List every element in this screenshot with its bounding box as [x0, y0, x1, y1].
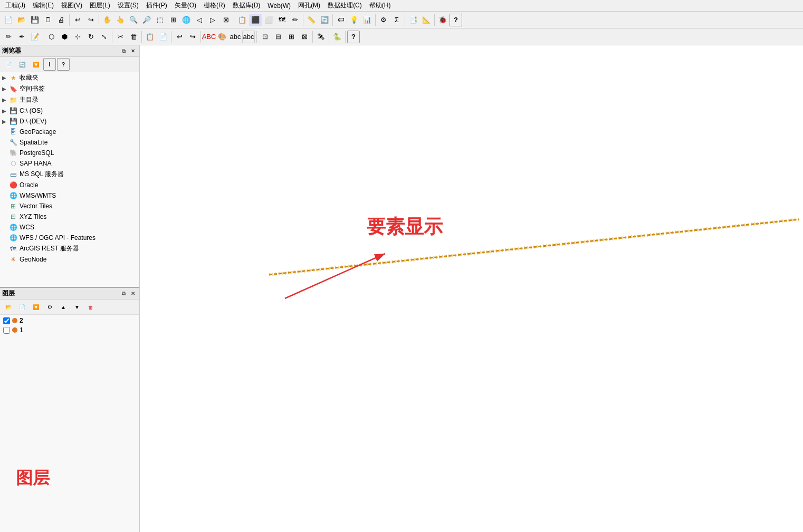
delete-btn[interactable]: 🗑 — [127, 31, 140, 43]
touch-btn[interactable]: 👆 — [114, 14, 127, 26]
tree-oracle[interactable]: ▶ 🔴 Oracle — [0, 180, 139, 190]
open-layer-btn[interactable]: 📂 — [2, 301, 15, 313]
georef-btn[interactable]: 🛰 — [314, 31, 327, 43]
tree-arcgis[interactable]: ▶ 🗺 ArcGIS REST 服务器 — [0, 243, 139, 254]
tree-wfs[interactable]: ▶ 🌐 WFS / OGC API - Features — [0, 233, 139, 243]
move-btn[interactable]: ⊹ — [71, 31, 84, 43]
ruler-btn[interactable]: 📐 — [420, 14, 433, 26]
copy-btn[interactable]: 📄 — [157, 31, 169, 43]
browser-filter-btn[interactable]: 🔽 — [30, 58, 42, 71]
remove-layer-btn[interactable]: 🗑 — [84, 301, 97, 313]
refresh-btn[interactable]: 🔄 — [318, 14, 331, 26]
tree-c-drive[interactable]: ▶ 💾 C:\ (OS) — [0, 105, 139, 116]
debug-btn[interactable]: 🐞 — [436, 14, 449, 26]
layers-close-btn[interactable]: ✕ — [129, 289, 137, 298]
browser-add-btn[interactable]: 📄 — [2, 58, 15, 71]
zoom-full-btn[interactable]: 🌐 — [180, 14, 193, 26]
deselect-btn[interactable]: ⬜ — [262, 14, 275, 26]
menu-web[interactable]: Web(W) — [264, 1, 294, 11]
tree-mssql[interactable]: ▶ 🗃 MS SQL 服务器 — [0, 169, 139, 180]
tree-postgresql[interactable]: ▶ 🐘 PostgreSQL — [0, 148, 139, 158]
node-btn[interactable]: ⬡ — [45, 31, 58, 43]
color-btn[interactable]: 🎨 — [216, 31, 228, 43]
filter-layer-btn[interactable]: 🔽 — [30, 301, 42, 313]
edit-pencil-btn[interactable]: ✏ — [2, 31, 15, 43]
feature-action1-btn[interactable]: ⊡ — [259, 31, 271, 43]
zoom-rubber-btn[interactable]: ⬚ — [154, 14, 166, 26]
zoom-native-btn[interactable]: ⊠ — [219, 14, 232, 26]
help-btn[interactable]: ? — [450, 14, 462, 26]
menu-help[interactable]: 帮助(H) — [366, 0, 394, 11]
browser-refresh-btn[interactable]: 🔄 — [16, 58, 28, 71]
menu-database[interactable]: 数据库(D) — [230, 0, 264, 11]
label-btn[interactable]: 🏷 — [334, 14, 347, 26]
menu-edit[interactable]: 编辑(E) — [30, 0, 57, 11]
redo-btn[interactable]: ↪ — [84, 14, 97, 26]
print-btn[interactable]: 🖨 — [55, 14, 68, 26]
paste-btn[interactable]: 📋 — [144, 31, 156, 43]
zoom-in-btn[interactable]: 🔍 — [127, 14, 140, 26]
tree-xyztiles[interactable]: ▶ ⊟ XYZ Tiles — [0, 211, 139, 222]
tree-wms[interactable]: ▶ 🌐 WMS/WMTS — [0, 190, 139, 201]
tree-d-drive[interactable]: ▶ 💾 D:\ (DEV) — [0, 116, 139, 127]
measure-btn[interactable]: 📏 — [305, 14, 318, 26]
menu-layer[interactable]: 图层(L) — [87, 0, 113, 11]
menu-raster[interactable]: 栅格(R) — [200, 0, 228, 11]
feature-action3-btn[interactable]: ⊞ — [285, 31, 298, 43]
select-location-btn[interactable]: 🗺 — [275, 14, 288, 26]
browser-float-btn[interactable]: ⧉ — [119, 47, 128, 55]
layer-down-btn[interactable]: ▼ — [71, 301, 83, 313]
menu-vector[interactable]: 矢量(O) — [171, 0, 199, 11]
digitize-btn[interactable]: ✒ — [15, 31, 28, 43]
menu-processing[interactable]: 数据处理(C) — [324, 0, 365, 11]
menu-settings[interactable]: 设置(S) — [114, 0, 142, 11]
zoom-out-btn[interactable]: 🔎 — [140, 14, 153, 26]
label3-btn[interactable]: abc — [229, 31, 242, 43]
open-project-btn[interactable]: 📂 — [15, 14, 28, 26]
cut-btn[interactable]: ✂ — [114, 31, 127, 43]
browser-info-btn[interactable]: i — [43, 58, 56, 71]
tree-catalog[interactable]: ▶ 📁 主目录 — [0, 94, 139, 105]
identify-btn[interactable]: 📋 — [236, 14, 248, 26]
layer1-checkbox[interactable] — [3, 327, 10, 334]
chart-btn[interactable]: 📊 — [361, 14, 374, 26]
tree-vtiles[interactable]: ▶ ⊞ Vector Tiles — [0, 201, 139, 211]
feature-action4-btn[interactable]: ⊠ — [298, 31, 311, 43]
table-btn[interactable]: 📑 — [407, 14, 419, 26]
vertex-btn[interactable]: ⬢ — [58, 31, 71, 43]
tree-favorites[interactable]: ▶ ★ 收藏夹 — [0, 72, 139, 83]
layer2-checkbox[interactable] — [3, 317, 10, 324]
zoom-prev-btn[interactable]: ◁ — [193, 14, 206, 26]
map-area[interactable]: 要素显示 — [140, 45, 803, 532]
new-project-btn[interactable]: 📄 — [2, 14, 15, 26]
menu-mesh[interactable]: 网孔(M) — [295, 0, 323, 11]
layers-float-btn[interactable]: ⧉ — [119, 289, 128, 298]
new-layer-btn[interactable]: 📄 — [16, 301, 28, 313]
tree-bookmarks[interactable]: ▶ 🔖 空间书签 — [0, 83, 139, 94]
browser-close-btn[interactable]: ✕ — [129, 47, 137, 55]
label2-btn[interactable]: ABC — [203, 31, 215, 43]
tree-spatialite[interactable]: ▶ 🔧 SpatiaLite — [0, 137, 139, 148]
sigma-btn[interactable]: Σ — [390, 14, 403, 26]
zoom-next-btn[interactable]: ▷ — [206, 14, 219, 26]
tree-geonode[interactable]: ▶ ✳ GeoNode — [0, 254, 139, 265]
settings-btn[interactable]: ⚙ — [377, 14, 390, 26]
pan-btn[interactable]: ✋ — [101, 14, 113, 26]
menu-plugins[interactable]: 插件(P) — [143, 0, 170, 11]
scale-btn[interactable]: ⤡ — [98, 31, 110, 43]
layer-up-btn[interactable]: ▲ — [57, 301, 70, 313]
zoom-layer-btn[interactable]: ⊞ — [167, 14, 179, 26]
question-btn[interactable]: ? — [347, 31, 360, 43]
rotate-btn[interactable]: ↻ — [84, 31, 97, 43]
label4-btn[interactable]: abc — [242, 31, 255, 43]
menu-project[interactable]: 工程(J) — [2, 0, 28, 11]
save-as-btn[interactable]: 🗒 — [42, 14, 54, 26]
layer-action-btn[interactable]: ⚙ — [43, 301, 56, 313]
layer-item-2[interactable]: 2 — [1, 316, 138, 325]
tree-wcs[interactable]: ▶ 🌐 WCS — [0, 222, 139, 233]
tree-geopackage[interactable]: ▶ 🗄 GeoPackage — [0, 127, 139, 137]
select-freehand-btn[interactable]: ✏ — [289, 14, 301, 26]
tree-saphana[interactable]: ▶ ⬡ SAP HANA — [0, 158, 139, 169]
undo2-btn[interactable]: ↩ — [173, 31, 186, 43]
tips-btn[interactable]: 💡 — [348, 14, 360, 26]
